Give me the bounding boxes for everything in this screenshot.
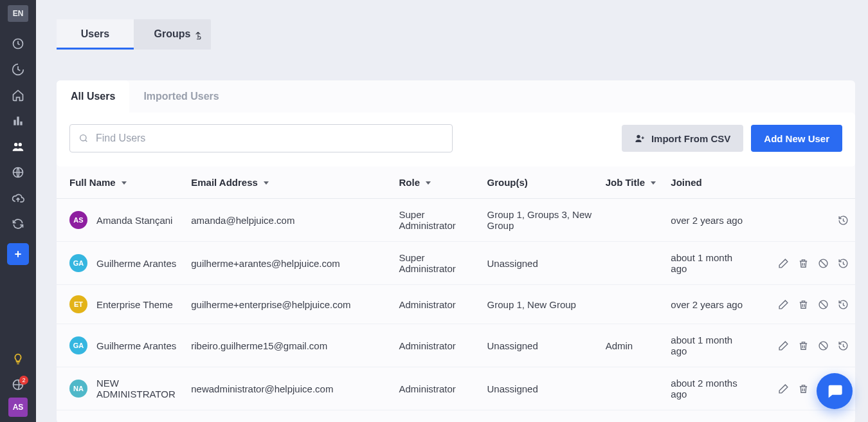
col-header-groups[interactable]: Group(s) — [487, 177, 528, 188]
user-groups: Group 1, New Group — [481, 285, 599, 324]
tab-groups-label: Groups — [154, 28, 191, 39]
toolbar: Import From CSV Add New User — [57, 113, 855, 167]
notification-count: 2 — [19, 376, 28, 385]
user-joined: about 1 month ago — [664, 242, 756, 285]
user-email: amanda@helpjuice.com — [185, 199, 392, 242]
sync-icon[interactable] — [0, 211, 36, 237]
col-header-fullname[interactable]: Full Name — [69, 177, 127, 188]
user-groups: Unassigned — [481, 324, 599, 367]
table-row: ASAmanda Stançaniamanda@helpjuice.comSup… — [57, 199, 855, 242]
delete-icon[interactable] — [798, 383, 809, 394]
language-switcher[interactable]: EN — [8, 5, 28, 22]
col-header-role[interactable]: Role — [399, 177, 431, 188]
import-csv-button[interactable]: Import From CSV — [622, 125, 743, 152]
sort-caret-icon — [263, 179, 269, 186]
user-avatar: GA — [69, 254, 87, 272]
user-email: guilherme+enterprise@helpjuice.com — [185, 285, 392, 324]
mouse-cursor-icon — [194, 31, 204, 41]
user-name[interactable]: Guilherme Arantes — [96, 258, 176, 269]
history-icon[interactable] — [838, 258, 849, 269]
user-joined: over 2 years ago — [664, 199, 756, 242]
user-job-title — [599, 285, 665, 324]
history-icon[interactable] — [838, 299, 849, 310]
user-role: Super Administrator — [392, 199, 480, 242]
col-header-email[interactable]: Email Address — [191, 177, 269, 188]
user-plus-icon — [635, 133, 645, 143]
users-nav-icon[interactable] — [0, 134, 36, 160]
user-role: Administrator — [392, 285, 480, 324]
sidebar: EN 2 AS — [0, 0, 36, 422]
user-avatar: GA — [69, 336, 87, 354]
svg-rect-3 — [20, 122, 22, 125]
add-user-button[interactable]: Add New User — [751, 125, 842, 152]
user-role: Administrator — [392, 367, 480, 410]
sort-caret-icon — [121, 179, 127, 186]
user-name[interactable]: Guilherme Arantes — [96, 340, 176, 351]
tab-all-users[interactable]: All Users — [57, 80, 129, 113]
svg-point-9 — [637, 135, 640, 138]
search-input[interactable] — [69, 124, 453, 152]
tab-groups[interactable]: Groups — [134, 19, 211, 50]
user-groups: Unassigned — [481, 242, 599, 285]
secondary-tabs: All Users Imported Users — [57, 80, 855, 113]
tab-imported-users[interactable]: Imported Users — [129, 80, 233, 113]
tab-users[interactable]: Users — [57, 19, 134, 50]
user-name[interactable]: NEW ADMINISTRATOR — [96, 378, 178, 399]
history-icon[interactable] — [838, 215, 849, 226]
user-role: Administrator — [392, 324, 480, 367]
col-header-jobtitle[interactable]: Job Title — [606, 177, 656, 188]
svg-rect-1 — [14, 120, 15, 125]
ban-icon[interactable] — [818, 258, 829, 269]
add-user-label: Add New User — [764, 133, 829, 144]
user-job-title: Admin — [599, 324, 665, 367]
content-area: Users Groups All Users Imported Users Im… — [36, 0, 868, 422]
dashboard-icon[interactable] — [0, 31, 36, 57]
user-email: newadministrator@helpjuice.com — [185, 367, 392, 410]
table-row: GAGuilherme Arantesribeiro.guilherme15@g… — [57, 324, 855, 367]
user-groups: Unassigned — [481, 367, 599, 410]
user-role: Super Administrator — [392, 242, 480, 285]
col-header-joined[interactable]: Joined — [671, 177, 701, 188]
history-icon[interactable] — [838, 340, 849, 351]
search-icon — [78, 133, 89, 143]
current-user-avatar[interactable]: AS — [8, 398, 28, 417]
user-email: guilherme+arantes@helpjuice.com — [185, 242, 392, 285]
add-button[interactable] — [7, 243, 29, 265]
svg-point-5 — [19, 143, 22, 146]
globe-gear-icon[interactable] — [0, 160, 36, 185]
edit-icon[interactable] — [778, 340, 789, 351]
user-name[interactable]: Enterprise Theme — [96, 299, 173, 310]
users-panel: All Users Imported Users Import From CSV… — [57, 80, 855, 422]
search-wrap — [69, 124, 453, 152]
ban-icon[interactable] — [818, 299, 829, 310]
analytics-icon[interactable] — [0, 108, 36, 134]
primary-tabs: Users Groups — [57, 19, 211, 50]
activity-icon[interactable] — [0, 57, 36, 82]
edit-icon[interactable] — [778, 299, 789, 310]
delete-icon[interactable] — [798, 340, 809, 351]
svg-point-4 — [14, 143, 17, 146]
user-job-title — [599, 367, 665, 410]
tips-icon[interactable] — [0, 346, 36, 372]
table-row: NANEW ADMINISTRATORnewadministrator@help… — [57, 367, 855, 410]
user-joined: over 2 years ago — [664, 285, 756, 324]
user-job-title — [599, 199, 665, 242]
ban-icon[interactable] — [818, 340, 829, 351]
cloud-upload-icon[interactable] — [0, 185, 36, 211]
import-csv-label: Import From CSV — [651, 133, 730, 144]
user-avatar: ET — [69, 295, 87, 313]
user-joined: about 1 month ago — [664, 324, 756, 367]
delete-icon[interactable] — [798, 258, 809, 269]
user-avatar: AS — [69, 211, 87, 229]
chat-widget-button[interactable] — [817, 373, 853, 409]
user-name[interactable]: Amanda Stançani — [96, 215, 172, 226]
home-icon[interactable] — [0, 82, 36, 108]
delete-icon[interactable] — [798, 299, 809, 310]
table-row: ETEnterprise Themeguilherme+enterprise@h… — [57, 285, 855, 324]
chat-icon — [826, 382, 844, 400]
table-row: GAGuilherme Arantesguilherme+arantes@hel… — [57, 242, 855, 285]
user-groups: Group 1, Groups 3, New Group — [481, 199, 599, 242]
notifications-icon[interactable]: 2 — [0, 372, 36, 398]
edit-icon[interactable] — [778, 258, 789, 269]
edit-icon[interactable] — [778, 383, 789, 394]
